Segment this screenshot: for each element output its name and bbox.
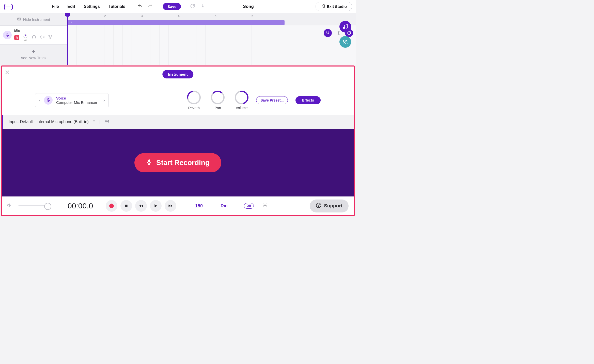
hide-instrument-toggle[interactable]: Hide Instrument	[0, 13, 67, 25]
pan-label: Pan	[211, 106, 225, 110]
sync-icon[interactable]	[190, 4, 195, 10]
svg-rect-4	[35, 38, 36, 39]
transport-settings-icon[interactable]	[262, 203, 268, 209]
menu-edit[interactable]: Edit	[68, 4, 75, 9]
svg-point-10	[346, 27, 348, 28]
tempo-display[interactable]: 150	[195, 203, 203, 209]
svg-rect-16	[125, 205, 127, 207]
support-label: Support	[324, 203, 342, 209]
volume-knob[interactable]: Volume	[235, 91, 248, 110]
support-button[interactable]: Support	[310, 200, 349, 212]
fx-icon[interactable]	[48, 35, 53, 41]
rewind-button[interactable]	[135, 200, 147, 212]
svg-point-9	[343, 27, 345, 29]
instrument-selector[interactable]: ‹ Voice Computer Mic Enhancer ›	[35, 93, 109, 107]
timeline[interactable]: 2 3 4 5 6 →	[67, 13, 356, 65]
mic-track-icon	[3, 31, 12, 39]
svg-rect-13	[48, 98, 49, 101]
save-preset-button[interactable]: Save Preset...	[256, 96, 288, 104]
headphones-icon[interactable]	[32, 35, 37, 41]
ruler-2: 2	[104, 14, 106, 18]
add-track-label: Add New Track	[21, 56, 46, 60]
svg-point-11	[343, 40, 345, 42]
close-icon[interactable]: ✕	[5, 69, 10, 76]
play-button[interactable]	[150, 200, 162, 212]
svg-point-5	[49, 35, 49, 36]
monitor-settings-icon[interactable]	[104, 119, 110, 125]
svg-rect-1	[7, 33, 8, 36]
volume-label: Volume	[235, 106, 248, 110]
svg-point-19	[318, 206, 319, 207]
loop-region[interactable]	[67, 20, 285, 25]
recording-area: Start Recording	[2, 129, 354, 196]
mute-icon[interactable]	[40, 35, 45, 41]
pan-knob[interactable]: Pan	[211, 91, 225, 110]
add-track-button[interactable]: + Add New Track	[0, 45, 67, 64]
start-recording-button[interactable]: Start Recording	[134, 153, 221, 172]
track-sidebar: Hide Instrument Mic R Vol	[0, 13, 67, 65]
svg-point-6	[51, 35, 52, 36]
playhead[interactable]	[67, 13, 68, 65]
svg-point-17	[264, 205, 265, 206]
record-button[interactable]	[106, 200, 117, 212]
save-button[interactable]: Save	[163, 3, 181, 10]
updown-icon[interactable]	[92, 120, 96, 124]
instrument-tab[interactable]: Instrument	[162, 70, 193, 78]
svg-point-8	[338, 32, 339, 34]
start-recording-label: Start Recording	[156, 159, 210, 167]
svg-rect-15	[148, 159, 150, 162]
stop-button[interactable]	[120, 200, 132, 212]
workspace: Hide Instrument Mic R Vol	[0, 13, 356, 65]
instrument-row: ‹ Voice Computer Mic Enhancer › Reverb P…	[2, 89, 354, 112]
download-icon[interactable]	[200, 4, 205, 10]
transport-bar: 00:00.0 150 Dm Off Support	[2, 196, 354, 215]
instrument-name: Voice	[56, 96, 97, 100]
exit-label: Exit Studio	[327, 4, 347, 9]
metronome-off-toggle[interactable]: Off	[244, 203, 254, 209]
reverb-label: Reverb	[187, 106, 201, 110]
ruler-4: 4	[178, 14, 180, 18]
undo-redo-group	[137, 4, 153, 10]
effects-button[interactable]: Effects	[295, 96, 321, 104]
exit-studio-button[interactable]: Exit Studio	[316, 2, 352, 11]
redo-icon[interactable]	[148, 4, 153, 10]
exit-icon	[321, 4, 325, 9]
music-library-button[interactable]	[339, 21, 351, 32]
menu-tutorials[interactable]: Tutorials	[108, 4, 125, 9]
track-controls: R Vol	[14, 34, 64, 41]
master-volume-slider[interactable]	[18, 205, 51, 206]
song-title[interactable]: Song	[243, 4, 254, 9]
track-row[interactable]: Mic R Vol	[0, 25, 67, 45]
menu-file[interactable]: File	[52, 4, 59, 9]
voice-icon	[44, 96, 53, 105]
svg-point-12	[346, 41, 347, 42]
reverb-knob[interactable]: Reverb	[187, 91, 201, 110]
menubar: (—) File Edit Settings Tutorials Save So…	[0, 0, 356, 13]
input-label[interactable]: Input: Default - Internal Microphone (Bu…	[9, 120, 89, 124]
instrument-preset: Computer Mic Enhancer	[56, 100, 97, 105]
ruler-3: 3	[141, 14, 143, 18]
timeline-ruler[interactable]: 2 3 4 5 6 →	[67, 13, 356, 25]
speaker-icon[interactable]	[7, 203, 12, 209]
record-arm-indicator[interactable]: R	[14, 35, 19, 40]
chevron-left-icon[interactable]: ‹	[39, 98, 40, 103]
forward-button[interactable]	[165, 200, 176, 212]
chevron-right-icon[interactable]: ›	[103, 98, 105, 103]
knobs-group: Reverb Pan Volume	[187, 91, 248, 110]
plus-icon: +	[32, 49, 35, 55]
key-display[interactable]: Dm	[221, 203, 227, 208]
vol-label: Vol	[24, 39, 27, 41]
track-meta: Mic R Vol	[14, 29, 64, 41]
menu-settings[interactable]: Settings	[84, 4, 100, 9]
undo-icon[interactable]	[137, 4, 143, 10]
sync-download-group	[190, 4, 205, 10]
magnet-snap-button[interactable]	[324, 29, 332, 37]
logo: (—)	[4, 3, 13, 10]
svg-point-14	[105, 121, 107, 122]
volume-knob-mini[interactable]: Vol	[22, 34, 28, 41]
collaborators-button[interactable]	[339, 36, 351, 48]
ruler-5: 5	[215, 14, 216, 18]
timeline-lanes[interactable]	[67, 25, 356, 65]
arrow-right-icon: →	[69, 20, 73, 24]
menu-group: File Edit Settings Tutorials	[52, 4, 125, 9]
